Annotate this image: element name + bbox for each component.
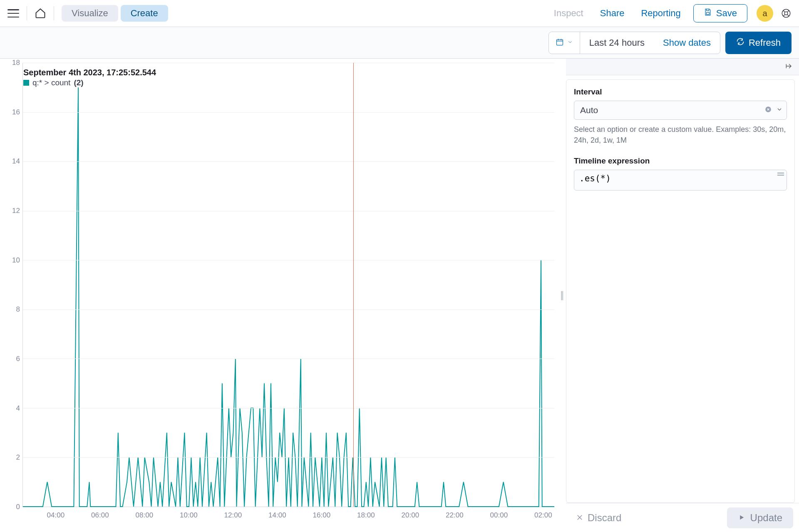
reporting-link[interactable]: Reporting	[633, 8, 689, 19]
gridline	[23, 161, 554, 162]
x-tick: 20:00	[402, 511, 419, 520]
collapse-icon[interactable]	[785, 62, 793, 72]
x-tick: 06:00	[91, 511, 109, 520]
editor-footer: Discard Update	[566, 503, 799, 532]
gridline	[23, 408, 554, 408]
crosshair	[353, 63, 354, 507]
tab-create[interactable]: Create	[121, 5, 168, 22]
tab-visualize[interactable]: Visualize	[62, 5, 118, 22]
gridline	[23, 112, 554, 113]
query-bar: Last 24 hours Show dates Refresh	[0, 27, 799, 59]
inspect-link: Inspect	[546, 8, 592, 19]
y-axis: 024681012141618	[8, 63, 22, 507]
gridline	[23, 309, 554, 310]
mode-tabs: Visualize Create	[62, 5, 168, 22]
y-tick: 8	[16, 305, 20, 314]
help-icon[interactable]	[781, 8, 792, 19]
app-bar: Visualize Create Inspect Share Reporting…	[0, 0, 799, 27]
x-tick: 10:00	[180, 511, 198, 520]
update-button: Update	[727, 507, 793, 528]
date-picker: Last 24 hours Show dates	[548, 32, 720, 54]
y-tick: 12	[12, 207, 20, 215]
x-tick: 14:00	[268, 511, 286, 520]
show-dates-link[interactable]: Show dates	[654, 37, 720, 48]
divider	[54, 6, 54, 20]
discard-button: Discard	[576, 512, 621, 524]
main-split: September 4th 2023, 17:25:52.544 q:* > c…	[0, 59, 799, 532]
x-tick: 02:00	[534, 511, 552, 520]
gridline	[23, 260, 554, 260]
play-icon	[738, 512, 745, 524]
editor-pane: Interval Select an option or create a cu…	[566, 59, 799, 532]
x-tick: 04:00	[47, 511, 65, 520]
svg-rect-0	[707, 12, 710, 15]
y-tick: 6	[16, 355, 20, 363]
y-tick: 2	[16, 453, 20, 462]
x-tick: 16:00	[313, 511, 331, 520]
save-button-label: Save	[716, 8, 737, 19]
tooltip-series: q:* > count (2)	[23, 78, 156, 87]
expression-label: Timeline expression	[574, 156, 787, 166]
menu-icon[interactable]	[7, 7, 19, 19]
editor-topstrip	[566, 59, 799, 75]
date-range-label[interactable]: Last 24 hours	[580, 37, 654, 48]
interval-help: Select an option or create a custom valu…	[574, 124, 787, 146]
expression-input[interactable]	[574, 170, 787, 188]
chevron-down-icon[interactable]	[776, 106, 783, 114]
share-link[interactable]: Share	[592, 8, 633, 19]
plot-area[interactable]	[22, 63, 554, 507]
editor-body: Interval Select an option or create a cu…	[566, 79, 795, 503]
chart[interactable]: September 4th 2023, 17:25:52.544 q:* > c…	[8, 63, 554, 528]
home-icon[interactable]	[35, 7, 46, 19]
gridline	[23, 63, 554, 63]
gridline	[23, 359, 554, 359]
calendar-icon	[556, 38, 564, 48]
gridline	[23, 457, 554, 458]
discard-label: Discard	[588, 512, 621, 524]
refresh-button[interactable]: Refresh	[725, 32, 792, 54]
x-tick: 18:00	[357, 511, 375, 520]
svg-point-2	[784, 12, 788, 15]
refresh-icon	[736, 37, 744, 48]
interval-label: Interval	[574, 87, 787, 97]
x-tick: 22:00	[446, 511, 464, 520]
svg-point-1	[782, 9, 790, 17]
x-tick: 12:00	[224, 511, 242, 520]
tooltip-time: September 4th 2023, 17:25:52.544	[23, 68, 156, 77]
update-label: Update	[750, 512, 782, 524]
textarea-resize-grip[interactable]	[777, 173, 784, 177]
x-tick: 00:00	[490, 511, 508, 520]
save-button[interactable]: Save	[693, 4, 747, 22]
clear-icon[interactable]	[764, 106, 772, 115]
series-line	[23, 87, 554, 507]
y-tick: 16	[12, 108, 20, 116]
y-tick: 10	[12, 256, 20, 265]
y-tick: 0	[16, 503, 20, 511]
grip-icon: ║	[560, 291, 565, 300]
interval-input[interactable]	[574, 101, 787, 120]
svg-rect-3	[556, 40, 563, 45]
x-tick: 08:00	[136, 511, 154, 520]
y-tick: 18	[12, 59, 20, 67]
chevron-down-icon	[567, 39, 573, 47]
tooltip-series-value: (2)	[74, 78, 83, 87]
gridline	[23, 211, 554, 211]
y-tick: 4	[16, 404, 20, 413]
refresh-button-label: Refresh	[749, 37, 781, 48]
pane-resizer[interactable]: ║	[558, 59, 566, 532]
avatar[interactable]: a	[757, 5, 773, 22]
date-quick-select[interactable]	[549, 32, 580, 54]
close-icon	[576, 512, 583, 524]
series-swatch	[23, 80, 29, 86]
chart-pane: September 4th 2023, 17:25:52.544 q:* > c…	[0, 59, 558, 532]
y-tick: 14	[12, 157, 20, 166]
save-icon	[704, 8, 712, 19]
divider	[27, 6, 27, 20]
tooltip-series-label: q:* > count	[32, 78, 70, 87]
x-axis: 04:0006:0008:0010:0012:0014:0016:0018:00…	[22, 507, 554, 528]
chart-tooltip: September 4th 2023, 17:25:52.544 q:* > c…	[23, 68, 156, 87]
